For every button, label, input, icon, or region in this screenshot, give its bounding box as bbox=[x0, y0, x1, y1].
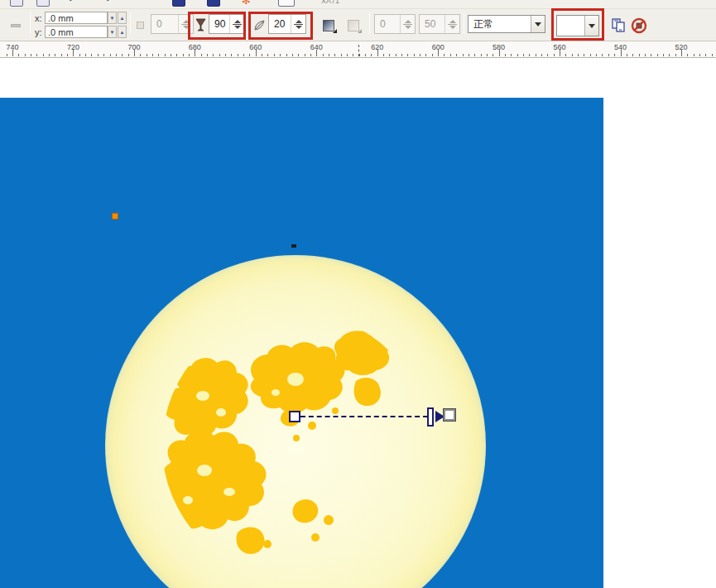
dash-icon bbox=[11, 24, 21, 27]
ruler-tick bbox=[25, 54, 26, 56]
ruler-tick bbox=[414, 54, 415, 56]
ruler-tick bbox=[323, 54, 324, 56]
transparency-type-button[interactable] bbox=[133, 18, 147, 32]
ruler-tick bbox=[49, 54, 50, 56]
transparency-vector-line[interactable] bbox=[300, 416, 428, 417]
ruler-tick bbox=[128, 54, 129, 56]
standard-toolbar-clipped: ↶ ↷ ✻ XA71 bbox=[0, 0, 716, 8]
range-high-spinner[interactable]: 50 bbox=[419, 14, 460, 34]
spinner-icon[interactable] bbox=[400, 15, 415, 33]
ruler-tick bbox=[675, 54, 676, 56]
y-spin-down-button[interactable]: ▼ bbox=[108, 26, 117, 38]
ruler-tick bbox=[547, 54, 548, 56]
ruler-tick bbox=[632, 54, 633, 56]
ruler-tick bbox=[712, 54, 713, 56]
export-icon[interactable] bbox=[207, 0, 220, 7]
ruler-tick bbox=[432, 54, 433, 56]
dropdown-button[interactable] bbox=[531, 16, 545, 32]
highlight-box-color-picker bbox=[551, 8, 604, 41]
spinner-icon[interactable] bbox=[444, 15, 459, 33]
horizontal-ruler[interactable]: 740720700680660640620600580560540520 bbox=[0, 41, 716, 58]
app-launcher-icon[interactable]: ✻ bbox=[242, 0, 255, 7]
edit-transparency-button[interactable] bbox=[5, 17, 26, 35]
ruler-tick bbox=[67, 54, 68, 56]
ruler-tick bbox=[147, 54, 147, 56]
ruler-tick bbox=[425, 54, 426, 56]
range-low-spinner[interactable]: 0 bbox=[374, 14, 416, 34]
ruler-tick bbox=[292, 54, 293, 56]
ruler-tick bbox=[694, 54, 694, 56]
ruler-tick bbox=[286, 54, 287, 56]
ruler-tick bbox=[541, 54, 542, 56]
ruler-tick bbox=[396, 54, 396, 56]
ruler-tick bbox=[98, 54, 99, 56]
ruler-tick bbox=[389, 54, 390, 56]
transparency-end-handle[interactable] bbox=[444, 409, 455, 421]
y-label: y: bbox=[35, 27, 42, 37]
x-spin-down-button[interactable]: ▼ bbox=[108, 12, 117, 24]
ruler-tick bbox=[73, 50, 74, 56]
ruler-tick bbox=[596, 54, 597, 56]
ruler-tick bbox=[7, 54, 7, 56]
ruler-tick bbox=[189, 54, 190, 56]
ruler-tick bbox=[262, 54, 262, 56]
ruler-tick bbox=[517, 54, 518, 56]
ruler-tick bbox=[316, 50, 317, 56]
chevron-down-icon bbox=[535, 22, 541, 27]
ruler-tick bbox=[602, 54, 603, 56]
ruler-tick bbox=[231, 54, 232, 56]
ruler-tick bbox=[590, 54, 591, 56]
flyout-arrow-icon bbox=[358, 29, 362, 33]
merge-mode-dropdown[interactable]: 正常 bbox=[468, 15, 545, 33]
import-icon[interactable] bbox=[172, 0, 185, 7]
ruler-tick bbox=[280, 54, 281, 56]
copy-transparency-button[interactable] bbox=[608, 16, 628, 36]
drawing-workspace[interactable] bbox=[0, 59, 716, 588]
ruler-tick bbox=[18, 54, 19, 56]
ruler-tick bbox=[195, 50, 195, 56]
transparency-midpoint-slider[interactable] bbox=[427, 407, 434, 427]
fountain-transparency-button[interactable] bbox=[318, 16, 339, 36]
ruler-tick bbox=[565, 54, 566, 56]
y-spin-up-button[interactable]: ▲ bbox=[118, 26, 127, 38]
ruler-tick bbox=[420, 54, 420, 56]
ruler-tick bbox=[438, 50, 439, 56]
ruler-tick bbox=[705, 54, 706, 56]
ruler-tick bbox=[505, 54, 506, 56]
no-transparency-button[interactable] bbox=[629, 16, 649, 36]
undo-icon[interactable]: ↶ bbox=[68, 0, 81, 7]
ruler-tick bbox=[219, 54, 220, 56]
corel-online-icon[interactable] bbox=[278, 0, 295, 7]
ruler-tick bbox=[183, 54, 184, 56]
object-origin-marker[interactable] bbox=[112, 213, 118, 219]
copy-icon[interactable] bbox=[10, 0, 23, 7]
ruler-tick bbox=[481, 54, 482, 56]
paste-icon[interactable] bbox=[36, 0, 50, 7]
x-spin-up-button[interactable]: ▲ bbox=[118, 12, 127, 24]
copy-pages-icon bbox=[612, 18, 626, 33]
ruler-tick bbox=[493, 54, 493, 56]
ruler-tick bbox=[171, 54, 171, 56]
ruler-tick bbox=[669, 54, 670, 56]
ruler-tick bbox=[31, 54, 31, 56]
transparency-target-button[interactable] bbox=[343, 16, 364, 36]
interactive-transparency-property-bar: x: .0 mm ▼ ▲ y: .0 mm ▼ ▲ 0 90 bbox=[0, 8, 716, 41]
transparency-start-handle[interactable] bbox=[289, 411, 300, 422]
ruler-tick bbox=[463, 54, 464, 56]
y-position-input[interactable]: .0 mm bbox=[45, 26, 108, 38]
ruler-tick bbox=[207, 54, 208, 56]
square-icon bbox=[137, 22, 144, 29]
ruler-tick bbox=[699, 54, 700, 56]
ruler-tick bbox=[213, 54, 214, 56]
ruler-tick bbox=[359, 54, 360, 56]
redo-icon[interactable]: ↷ bbox=[101, 0, 114, 7]
ruler-tick bbox=[43, 54, 44, 56]
ruler-tick bbox=[36, 54, 37, 56]
ruler-tick bbox=[450, 54, 451, 56]
ruler-tick bbox=[456, 54, 457, 56]
ruler-tick bbox=[176, 54, 177, 56]
x-position-input[interactable]: .0 mm bbox=[45, 12, 108, 24]
curve-node-marker[interactable] bbox=[291, 244, 296, 248]
ruler-tick bbox=[243, 54, 244, 56]
ruler-tick bbox=[627, 54, 627, 56]
